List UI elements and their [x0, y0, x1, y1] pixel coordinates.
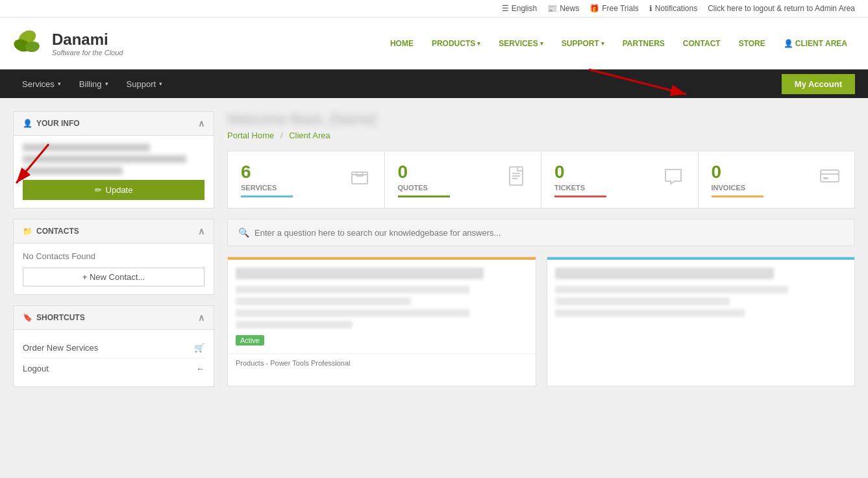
news-label: News — [560, 4, 579, 13]
sec-nav-services[interactable]: Services ▾ — [13, 69, 70, 98]
card-body-left: Active — [228, 260, 536, 353]
breadcrumb-portal-home[interactable]: Portal Home — [227, 131, 274, 140]
stat-tickets[interactable]: 0 TICKETS — [541, 151, 699, 208]
svg-rect-11 — [823, 177, 828, 179]
shortcut-logout[interactable]: Logout ← — [23, 359, 205, 379]
stat-quotes-number: 0 — [398, 162, 450, 182]
free-trials-link[interactable]: 🎁 Free Trials — [589, 4, 639, 13]
nav-services[interactable]: SERVICES ▾ — [491, 34, 551, 53]
welcome-text-blurred: Welcome Back, [Name] — [227, 111, 376, 128]
nav-support[interactable]: SUPPORT ▾ — [554, 34, 612, 53]
new-contact-button[interactable]: + New Contact... — [23, 268, 205, 286]
content-cards: Active Products - Power Tools Profession… — [227, 257, 855, 386]
sec-nav-support[interactable]: Support ▾ — [118, 69, 172, 98]
card-line-r2 — [555, 297, 730, 305]
logout-link[interactable]: Click here to logout & return to Admin A… — [708, 4, 855, 13]
sec-nav-billing-label: Billing — [79, 79, 102, 89]
collapse-contacts-button[interactable]: ∧ — [198, 226, 205, 236]
box-icon — [348, 164, 371, 192]
contacts-header: 📁 CONTACTS ∧ — [14, 220, 214, 244]
svg-rect-7 — [352, 172, 367, 184]
logo-icon — [13, 29, 45, 58]
contacts-title: CONTACTS — [36, 227, 79, 236]
your-info-title: YOUR INFO — [36, 119, 80, 128]
update-label: Update — [106, 185, 133, 195]
nav-home[interactable]: HOME — [382, 34, 421, 53]
user-phone-blurred — [23, 167, 123, 175]
shortcuts-content: Order New Services 🛒 Logout ← — [14, 330, 214, 386]
chat-icon — [662, 164, 685, 192]
stat-tickets-label: TICKETS — [554, 184, 606, 192]
card-title-blurred — [236, 268, 484, 279]
collapse-button[interactable]: ∧ — [198, 118, 205, 129]
secondary-nav: Services ▾ Billing ▾ Support ▾ My Accoun… — [0, 69, 868, 98]
notifications-link[interactable]: ℹ Notifications — [649, 4, 697, 13]
nav-store[interactable]: STORE — [731, 34, 773, 53]
update-button[interactable]: ✏ Update — [23, 180, 205, 200]
welcome-title: Welcome Back, [Name] — [227, 111, 855, 128]
stat-services-label: SERVICES — [241, 184, 293, 192]
contacts-content: No Contacts Found + New Contact... — [14, 244, 214, 294]
stat-quotes[interactable]: 0 QUOTES — [385, 151, 542, 208]
card-line-4 — [236, 321, 353, 329]
stat-services[interactable]: 6 SERVICES — [228, 151, 385, 208]
stat-invoices-label: INVOICES — [712, 184, 763, 192]
nav-partners[interactable]: PARTNERS — [615, 34, 673, 53]
gift-icon: 🎁 — [589, 4, 599, 13]
stat-services-number: 6 — [241, 162, 293, 182]
pencil-icon: ✏ — [95, 185, 102, 195]
shortcuts-box: 🔖 SHORTCUTS ∧ Order New Services 🛒 Logou… — [13, 305, 214, 387]
right-content: Welcome Back, [Name] Portal Home / Clien… — [227, 111, 855, 459]
card-line-r1 — [555, 286, 789, 294]
breadcrumb-client-area[interactable]: Client Area — [289, 131, 330, 140]
sec-nav-billing[interactable]: Billing ▾ — [70, 69, 118, 98]
stat-tickets-left: 0 TICKETS — [554, 162, 606, 197]
language-selector[interactable]: ☰ English — [502, 4, 537, 13]
your-info-title-area: 👤 YOUR INFO — [23, 119, 80, 128]
top-bar: ☰ English 📰 News 🎁 Free Trials ℹ Notific… — [0, 0, 868, 18]
user-name-blurred — [23, 144, 150, 151]
card-title-blurred-right — [555, 268, 774, 279]
logo[interactable]: Danami Software for the Cloud — [13, 29, 123, 58]
shortcuts-header: 🔖 SHORTCUTS ∧ — [14, 306, 214, 330]
logo-text: Danami Software for the Cloud — [52, 31, 123, 57]
svg-rect-10 — [821, 170, 839, 182]
shortcut-order-services[interactable]: Order New Services 🛒 — [23, 338, 205, 359]
caret-icon: ▾ — [477, 40, 480, 47]
your-info-header: 👤 YOUR INFO ∧ — [14, 112, 214, 136]
stat-invoices-left: 0 INVOICES — [712, 162, 763, 197]
knowledgebase-search: 🔍 — [227, 219, 855, 246]
card-body-right — [547, 260, 855, 329]
nav-client-area[interactable]: 👤 CLIENT AREA — [776, 34, 855, 53]
no-contacts-text: No Contacts Found — [23, 251, 205, 261]
card-line-2 — [236, 297, 411, 305]
news-link[interactable]: 📰 News — [547, 4, 579, 13]
language-label: English — [512, 4, 537, 13]
your-info-box: 👤 YOUR INFO ∧ — [13, 111, 214, 208]
sidebar: 👤 YOUR INFO ∧ — [13, 111, 214, 459]
stat-invoices-number: 0 — [712, 162, 763, 182]
arrow-left-icon: ← — [196, 364, 205, 373]
content-card-left: Active Products - Power Tools Profession… — [227, 257, 536, 386]
nav-contact[interactable]: CONTACT — [675, 34, 728, 53]
card-line-3 — [236, 309, 469, 317]
cart-icon: 🛒 — [194, 343, 205, 353]
active-badge: Active — [236, 335, 264, 346]
nav-products[interactable]: PRODUCTS ▾ — [424, 34, 488, 53]
search-input[interactable] — [254, 228, 844, 238]
contacts-box: 📁 CONTACTS ∧ No Contacts Found + New Con… — [13, 219, 214, 295]
user-email-blurred — [23, 155, 186, 163]
caret-down-icon: ▾ — [159, 81, 162, 87]
my-account-button[interactable]: My Account — [782, 74, 855, 94]
collapse-shortcuts-button[interactable]: ∧ — [198, 312, 205, 323]
stats-row: 6 SERVICES 0 QUOTES — [227, 151, 855, 208]
stat-quotes-left: 0 QUOTES — [398, 162, 450, 197]
sec-nav-services-label: Services — [22, 79, 55, 89]
main-nav: HOME PRODUCTS ▾ SERVICES ▾ SUPPORT ▾ PAR… — [382, 34, 855, 53]
sec-nav-support-label: Support — [127, 79, 156, 89]
stat-invoices[interactable]: 0 INVOICES — [699, 151, 855, 208]
bookmark-icon: 🔖 — [23, 313, 32, 322]
caret-icon: ▾ — [540, 40, 543, 47]
credit-card-icon — [818, 164, 841, 192]
svg-line-4 — [589, 69, 686, 94]
